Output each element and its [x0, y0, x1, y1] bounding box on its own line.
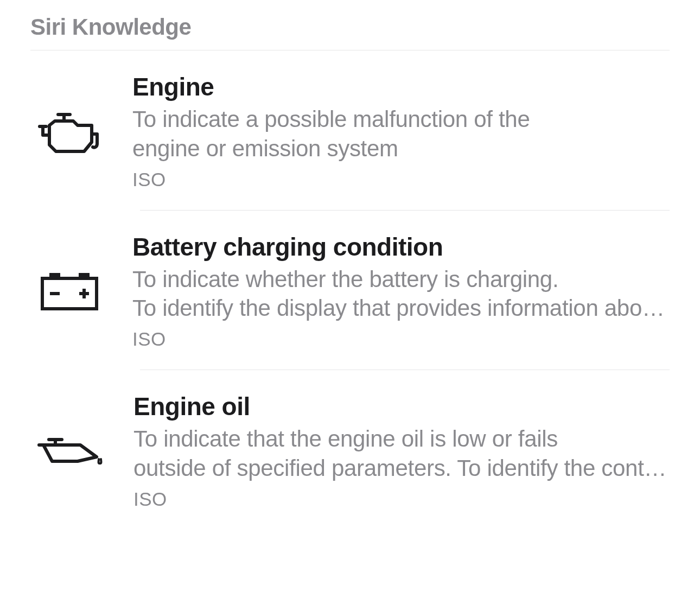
oil-can-icon — [37, 435, 103, 467]
list-item[interactable]: Engine oil To indicate that the engine o… — [0, 370, 700, 530]
item-description: To indicate a possible malfunction of th… — [132, 105, 670, 163]
list-item[interactable]: Engine To indicate a possible malfunctio… — [0, 50, 700, 210]
item-source: ISO — [132, 169, 670, 190]
item-text: Battery charging condition To indicate w… — [132, 232, 670, 351]
item-title: Battery charging condition — [132, 232, 670, 262]
item-description: To indicate whether the battery is charg… — [132, 265, 670, 323]
item-source: ISO — [133, 488, 670, 510]
item-title: Engine — [132, 72, 670, 101]
item-source: ISO — [132, 328, 670, 350]
battery-icon — [37, 270, 102, 312]
svg-rect-1 — [49, 273, 60, 278]
item-text: Engine To indicate a possible malfunctio… — [132, 72, 670, 190]
section-title: Siri Knowledge — [0, 0, 700, 50]
item-text: Engine oil To indicate that the engine o… — [133, 392, 670, 510]
item-title: Engine oil — [133, 392, 670, 421]
engine-icon — [37, 107, 102, 156]
item-description: To indicate that the engine oil is low o… — [133, 424, 670, 483]
list-item[interactable]: Battery charging condition To indicate w… — [0, 211, 700, 370]
svg-rect-2 — [79, 273, 90, 278]
